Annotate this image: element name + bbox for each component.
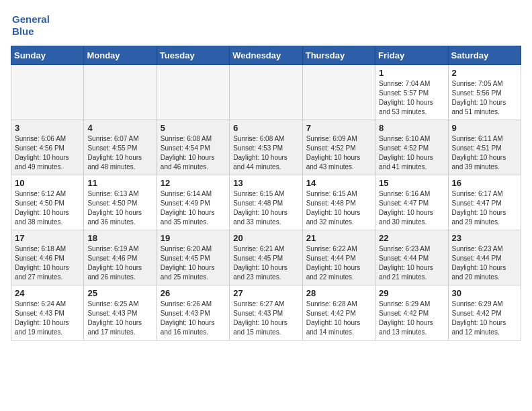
day-info: Sunrise: 6:20 AM Sunset: 4:45 PM Dayligh… [161, 244, 226, 282]
day-number: 6 [233, 123, 298, 133]
day-info: Sunrise: 6:07 AM Sunset: 4:55 PM Dayligh… [87, 134, 152, 172]
day-info: Sunrise: 6:24 AM Sunset: 4:43 PM Dayligh… [15, 300, 80, 337]
column-header-friday: Friday [375, 46, 448, 65]
day-number: 30 [452, 288, 517, 298]
calendar-day: 3Sunrise: 6:06 AM Sunset: 4:56 PM Daylig… [11, 120, 84, 175]
day-number: 24 [15, 288, 80, 298]
day-info: Sunrise: 6:15 AM Sunset: 4:48 PM Dayligh… [306, 189, 371, 227]
calendar-day: 15Sunrise: 6:16 AM Sunset: 4:47 PM Dayli… [375, 175, 448, 230]
calendar-day: 4Sunrise: 6:07 AM Sunset: 4:55 PM Daylig… [84, 120, 157, 175]
day-info: Sunrise: 6:13 AM Sunset: 4:50 PM Dayligh… [87, 189, 152, 227]
day-info: Sunrise: 6:06 AM Sunset: 4:56 PM Dayligh… [15, 134, 80, 172]
calendar-week-3: 10Sunrise: 6:12 AM Sunset: 4:50 PM Dayli… [11, 175, 521, 230]
day-info: Sunrise: 6:11 AM Sunset: 4:51 PM Dayligh… [452, 134, 517, 172]
calendar-day: 13Sunrise: 6:15 AM Sunset: 4:48 PM Dayli… [230, 175, 302, 230]
column-header-tuesday: Tuesday [157, 46, 229, 65]
day-info: Sunrise: 6:08 AM Sunset: 4:53 PM Dayligh… [233, 134, 298, 172]
day-info: Sunrise: 7:04 AM Sunset: 5:57 PM Dayligh… [379, 79, 444, 117]
day-info: Sunrise: 6:16 AM Sunset: 4:47 PM Dayligh… [379, 189, 444, 227]
day-number: 10 [15, 178, 80, 188]
day-number: 12 [161, 178, 226, 188]
day-number: 2 [452, 68, 517, 78]
svg-text:General: General [12, 13, 50, 25]
day-number: 20 [233, 233, 298, 243]
day-info: Sunrise: 6:29 AM Sunset: 4:42 PM Dayligh… [379, 300, 444, 337]
day-number: 19 [161, 233, 226, 243]
calendar-day: 23Sunrise: 6:23 AM Sunset: 4:44 PM Dayli… [448, 230, 521, 285]
calendar-day [84, 65, 157, 120]
calendar-day: 7Sunrise: 6:09 AM Sunset: 4:52 PM Daylig… [302, 120, 375, 175]
calendar-day: 11Sunrise: 6:13 AM Sunset: 4:50 PM Dayli… [84, 175, 157, 230]
calendar-day: 24Sunrise: 6:24 AM Sunset: 4:43 PM Dayli… [11, 285, 84, 340]
calendar-week-5: 24Sunrise: 6:24 AM Sunset: 4:43 PM Dayli… [11, 285, 521, 340]
day-number: 3 [15, 123, 80, 133]
calendar-day: 21Sunrise: 6:22 AM Sunset: 4:44 PM Dayli… [302, 230, 375, 285]
day-info: Sunrise: 6:10 AM Sunset: 4:52 PM Dayligh… [379, 134, 444, 172]
svg-marker-3 [52, 16, 56, 20]
day-number: 7 [306, 123, 371, 133]
calendar-day: 19Sunrise: 6:20 AM Sunset: 4:45 PM Dayli… [157, 230, 229, 285]
day-number: 14 [306, 178, 371, 188]
calendar-table: SundayMondayTuesdayWednesdayThursdayFrid… [11, 46, 521, 340]
day-info: Sunrise: 7:05 AM Sunset: 5:56 PM Dayligh… [452, 79, 517, 117]
day-info: Sunrise: 6:21 AM Sunset: 4:45 PM Dayligh… [233, 244, 298, 282]
day-number: 5 [161, 123, 226, 133]
calendar-day [230, 65, 302, 120]
day-info: Sunrise: 6:25 AM Sunset: 4:43 PM Dayligh… [87, 300, 152, 337]
calendar-day: 5Sunrise: 6:08 AM Sunset: 4:54 PM Daylig… [157, 120, 229, 175]
calendar-day [11, 65, 84, 120]
day-number: 8 [379, 123, 444, 133]
svg-marker-2 [50, 13, 56, 20]
day-number: 26 [161, 288, 226, 298]
calendar-day: 18Sunrise: 6:19 AM Sunset: 4:46 PM Dayli… [84, 230, 157, 285]
column-header-sunday: Sunday [11, 46, 84, 65]
calendar-day: 16Sunrise: 6:17 AM Sunset: 4:47 PM Dayli… [448, 175, 521, 230]
calendar-day: 17Sunrise: 6:18 AM Sunset: 4:46 PM Dayli… [11, 230, 84, 285]
calendar-day: 2Sunrise: 7:05 AM Sunset: 5:56 PM Daylig… [448, 65, 521, 120]
calendar-day: 22Sunrise: 6:23 AM Sunset: 4:44 PM Dayli… [375, 230, 448, 285]
day-info: Sunrise: 6:23 AM Sunset: 4:44 PM Dayligh… [452, 244, 517, 282]
calendar-day: 26Sunrise: 6:26 AM Sunset: 4:43 PM Dayli… [157, 285, 229, 340]
day-number: 13 [233, 178, 298, 188]
column-header-saturday: Saturday [448, 46, 521, 65]
day-info: Sunrise: 6:26 AM Sunset: 4:43 PM Dayligh… [161, 300, 226, 337]
day-number: 15 [379, 178, 444, 188]
day-number: 9 [452, 123, 517, 133]
calendar-day: 20Sunrise: 6:21 AM Sunset: 4:45 PM Dayli… [230, 230, 302, 285]
day-number: 21 [306, 233, 371, 243]
column-header-thursday: Thursday [302, 46, 375, 65]
page-header: General Blue [11, 11, 521, 40]
day-info: Sunrise: 6:29 AM Sunset: 4:42 PM Dayligh… [452, 300, 517, 337]
day-info: Sunrise: 6:27 AM Sunset: 4:43 PM Dayligh… [233, 300, 298, 337]
calendar-day: 8Sunrise: 6:10 AM Sunset: 4:52 PM Daylig… [375, 120, 448, 175]
calendar-day: 9Sunrise: 6:11 AM Sunset: 4:51 PM Daylig… [448, 120, 521, 175]
day-info: Sunrise: 6:23 AM Sunset: 4:44 PM Dayligh… [379, 244, 444, 282]
calendar-header-row: SundayMondayTuesdayWednesdayThursdayFrid… [11, 46, 521, 65]
day-number: 16 [452, 178, 517, 188]
calendar-day: 6Sunrise: 6:08 AM Sunset: 4:53 PM Daylig… [230, 120, 302, 175]
day-info: Sunrise: 6:28 AM Sunset: 4:42 PM Dayligh… [306, 300, 371, 337]
day-info: Sunrise: 6:12 AM Sunset: 4:50 PM Dayligh… [15, 189, 80, 227]
day-number: 22 [379, 233, 444, 243]
day-info: Sunrise: 6:09 AM Sunset: 4:52 PM Dayligh… [306, 134, 371, 172]
day-number: 23 [452, 233, 517, 243]
calendar-day: 27Sunrise: 6:27 AM Sunset: 4:43 PM Dayli… [230, 285, 302, 340]
calendar-day: 12Sunrise: 6:14 AM Sunset: 4:49 PM Dayli… [157, 175, 229, 230]
calendar-week-4: 17Sunrise: 6:18 AM Sunset: 4:46 PM Dayli… [11, 230, 521, 285]
day-info: Sunrise: 6:19 AM Sunset: 4:46 PM Dayligh… [87, 244, 152, 282]
calendar-day: 30Sunrise: 6:29 AM Sunset: 4:42 PM Dayli… [448, 285, 521, 340]
day-info: Sunrise: 6:08 AM Sunset: 4:54 PM Dayligh… [161, 134, 226, 172]
day-info: Sunrise: 6:15 AM Sunset: 4:48 PM Dayligh… [233, 189, 298, 227]
column-header-wednesday: Wednesday [230, 46, 302, 65]
calendar-day: 28Sunrise: 6:28 AM Sunset: 4:42 PM Dayli… [302, 285, 375, 340]
day-number: 17 [15, 233, 80, 243]
calendar-week-1: 1Sunrise: 7:04 AM Sunset: 5:57 PM Daylig… [11, 65, 521, 120]
calendar-day: 14Sunrise: 6:15 AM Sunset: 4:48 PM Dayli… [302, 175, 375, 230]
svg-text:Blue: Blue [12, 26, 34, 37]
day-info: Sunrise: 6:18 AM Sunset: 4:46 PM Dayligh… [15, 244, 80, 282]
calendar-day: 1Sunrise: 7:04 AM Sunset: 5:57 PM Daylig… [375, 65, 448, 120]
day-number: 4 [87, 123, 152, 133]
calendar-week-2: 3Sunrise: 6:06 AM Sunset: 4:56 PM Daylig… [11, 120, 521, 175]
day-number: 25 [87, 288, 152, 298]
logo: General Blue [11, 11, 58, 40]
